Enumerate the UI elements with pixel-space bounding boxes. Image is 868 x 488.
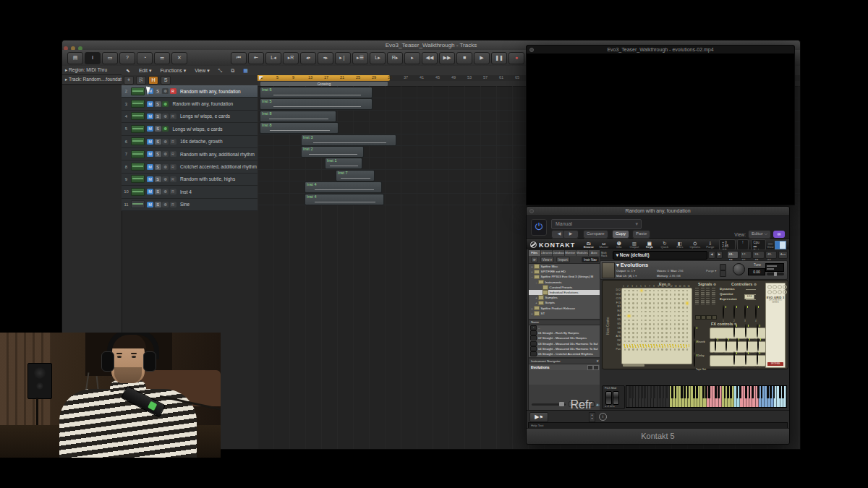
inspector-icon[interactable]: i xyxy=(85,52,101,64)
quick-button[interactable]: ↻Quick xyxy=(657,241,672,249)
rack-page-17-32[interactable]: 17-32 xyxy=(740,251,752,259)
region-inspector[interactable]: ▸ Region: MIDI Thru xyxy=(62,66,122,75)
freeze-button[interactable]: ❆ xyxy=(162,101,169,107)
controller-knob[interactable]: 3 xyxy=(744,306,746,322)
minimize-button[interactable]: —View xyxy=(766,241,775,249)
quantise-value[interactable]: 1/16 xyxy=(744,294,754,299)
link-icon[interactable]: ∞ xyxy=(773,231,785,238)
menu-view[interactable]: View ▾ xyxy=(195,68,210,74)
black-key[interactable] xyxy=(736,386,739,398)
track-inspector[interactable]: ▸ Track: Random....foundation xyxy=(62,75,122,85)
browser-view-dropdown[interactable]: View ▾ xyxy=(540,257,554,262)
play-flag-button[interactable]: ▶⚑ xyxy=(529,412,548,422)
solo-button[interactable]: S xyxy=(155,126,161,132)
freeze-button[interactable]: ❆ xyxy=(162,176,169,182)
set-right-locator-button[interactable]: ▸R xyxy=(283,52,299,64)
browser-tab-database[interactable]: Database xyxy=(553,250,565,256)
add-track-button[interactable]: + xyxy=(124,76,134,85)
mute-button[interactable]: M xyxy=(147,114,153,119)
black-key[interactable] xyxy=(715,386,717,398)
midi-region[interactable]: Inst 4 xyxy=(305,181,382,193)
info-button[interactable]: ➊Info xyxy=(611,241,626,249)
virtual-keyboard[interactable] xyxy=(626,385,787,408)
mute-button[interactable]: M xyxy=(147,202,153,207)
black-key[interactable] xyxy=(708,386,710,398)
info-icon[interactable]: i xyxy=(599,413,607,421)
video-window[interactable]: Evo3_Teaser_Walkthrough - evolutions-02.… xyxy=(526,45,795,205)
black-key[interactable] xyxy=(675,386,677,398)
black-key[interactable] xyxy=(663,386,665,398)
playhead-handle[interactable] xyxy=(259,76,263,80)
black-key[interactable] xyxy=(650,386,652,398)
controller-slider[interactable] xyxy=(746,289,756,290)
files-button[interactable]: ◧Files xyxy=(672,241,687,249)
tree-item[interactable]: Individual Evolutions xyxy=(529,290,600,295)
black-key[interactable] xyxy=(631,386,634,398)
track-row[interactable]: 8MS❆RCrotchet accented, additional rhyth… xyxy=(122,160,258,173)
record-enable-button[interactable]: R xyxy=(170,88,176,94)
mute-button[interactable]: M xyxy=(147,164,153,170)
black-key[interactable] xyxy=(644,386,646,398)
record-enable-button[interactable]: R xyxy=(170,114,176,119)
prev-multi-button[interactable]: ◀ xyxy=(708,251,715,259)
menu-edit[interactable]: Edit ▾ xyxy=(139,68,152,74)
black-key[interactable] xyxy=(671,386,673,398)
black-key[interactable] xyxy=(727,386,729,398)
import-button[interactable]: Import xyxy=(556,257,570,262)
controller-knob[interactable]: 4 xyxy=(755,306,757,322)
rack-page-01-16[interactable]: 01-16 xyxy=(727,251,739,259)
file-item[interactable]: 02 Straight - Measured 16s Hairpins xyxy=(529,335,600,341)
freeze-button[interactable]: ❆ xyxy=(162,114,169,119)
options-button[interactable]: ⛭Options xyxy=(687,241,702,249)
play-marquee-button[interactable]: ▸☰ xyxy=(352,52,368,64)
play-button[interactable]: ▶ xyxy=(474,52,490,64)
track-row[interactable]: 6MS❆R16s detache, growth xyxy=(122,136,258,148)
black-key[interactable] xyxy=(770,386,772,398)
tune-value[interactable]: 0.00 xyxy=(748,268,765,275)
controller-knob[interactable]: 1 xyxy=(723,306,724,322)
multi-name-field[interactable]: ▾ New (default) xyxy=(613,251,707,260)
black-key[interactable] xyxy=(696,386,698,398)
black-key[interactable] xyxy=(693,386,695,398)
close-icon[interactable]: ✕ xyxy=(596,359,599,364)
instrument-name[interactable]: ▾ Evolutions xyxy=(616,262,648,268)
track-row[interactable]: 7MS❆RRandom with any, additional rhythm xyxy=(122,148,258,160)
refresh-icon[interactable]: ⟳ xyxy=(531,257,538,262)
black-key[interactable] xyxy=(702,386,705,398)
next-preset-button[interactable]: ▶ xyxy=(563,230,579,239)
nav-page-button[interactable] xyxy=(587,365,593,370)
freeze-button[interactable]: ❆ xyxy=(162,139,169,145)
quick-help-display-icon[interactable]: ▭ xyxy=(102,52,118,64)
purge-dropdown[interactable]: Purge ▾ xyxy=(706,269,716,273)
stop-button[interactable]: ■ xyxy=(456,52,472,64)
black-key[interactable] xyxy=(684,386,686,398)
midi-region[interactable]: Inst 7 xyxy=(336,170,375,181)
black-key[interactable] xyxy=(773,386,775,398)
midi-region[interactable]: Inst 4 xyxy=(305,194,384,205)
tree-item[interactable]: +Samples xyxy=(529,295,600,300)
black-key[interactable] xyxy=(779,386,781,398)
hide-tracks-button[interactable]: H xyxy=(148,76,158,85)
black-key[interactable] xyxy=(757,386,760,398)
preset-dropdown[interactable]: Manual▾ xyxy=(551,219,642,229)
mute-button[interactable]: M xyxy=(147,151,153,157)
vol-row[interactable] xyxy=(623,344,689,348)
black-key[interactable] xyxy=(767,386,769,398)
black-key[interactable] xyxy=(687,386,689,398)
tools-icon[interactable]: ✕ xyxy=(171,52,187,64)
solo-button[interactable]: S xyxy=(155,164,161,170)
black-key[interactable] xyxy=(761,386,763,398)
play-from-right-locator-button[interactable]: R▸ xyxy=(387,52,403,64)
tree-item[interactable]: -Instruments xyxy=(529,280,600,285)
output-select[interactable]: Output: st. 1 ▾ xyxy=(616,269,635,273)
solo-tracks-button[interactable]: S xyxy=(161,76,171,85)
play-from-selection-button[interactable]: ▸❘ xyxy=(335,52,351,64)
black-key[interactable] xyxy=(638,386,640,398)
play-from-last-button[interactable]: ▸ xyxy=(404,52,420,64)
pointer-tool-icon[interactable]: ⬉ xyxy=(126,68,130,74)
play-from-left-locator-button[interactable]: L▸ xyxy=(370,52,386,64)
duplicate-track-button[interactable]: ⎘ xyxy=(136,76,146,85)
tree-item[interactable]: -Spitfire PP303 Evo Grid 3 (Strings) M xyxy=(529,274,600,279)
track-row[interactable]: 4MS❆RLongs w/ wisps, e cards xyxy=(122,111,258,123)
view-mode-dropdown[interactable]: Editor ⌵ xyxy=(748,230,771,239)
